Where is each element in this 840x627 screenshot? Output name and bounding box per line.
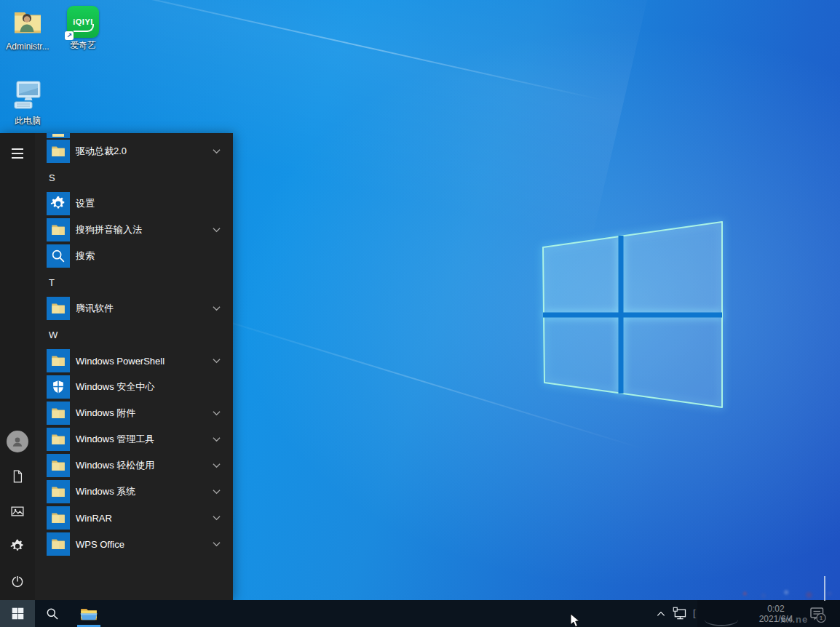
chevron-up-icon [656, 610, 666, 618]
watermark-line [824, 576, 825, 601]
watermark-crescent [705, 613, 738, 626]
light-ray [50, 0, 605, 101]
start-menu-item-label: Windows 系统 [76, 485, 135, 498]
start-menu-item-label: WinRAR [76, 513, 112, 524]
start-menu-section-header[interactable]: T [0, 269, 233, 295]
start-menu-rail [0, 133, 35, 600]
watermark-text: xx.ne [780, 614, 808, 625]
app-tile-icon [47, 297, 70, 320]
chevron-down-icon[interactable] [213, 436, 221, 442]
chevron-down-icon[interactable] [213, 148, 221, 154]
start-menu-item-label: WPS Office [76, 539, 124, 550]
app-tile-icon [47, 218, 70, 241]
windows-logo-icon [12, 607, 24, 620]
app-tile-icon [47, 480, 70, 503]
desktop-icon-administrator[interactable]: Administr... [0, 6, 55, 52]
start-menu-item[interactable]: Windows 管理工具 [0, 426, 233, 452]
this-pc-icon [11, 79, 44, 113]
user-account-button[interactable] [0, 424, 35, 459]
app-tile-icon [47, 532, 70, 556]
file-explorer-icon [79, 604, 98, 623]
app-tile-icon [47, 133, 70, 138]
app-tile-icon [47, 244, 70, 268]
start-menu-item-partial[interactable] [0, 133, 233, 138]
start-menu-item[interactable]: Windows 附件 [0, 400, 233, 426]
start-button[interactable] [0, 600, 35, 627]
app-tile-icon [47, 192, 70, 215]
start-menu-item[interactable]: 搜狗拼音输入法 [0, 217, 233, 243]
desktop-icon-label: 爱奇艺 [70, 41, 96, 50]
app-tile-icon [47, 454, 70, 477]
start-menu-item-label: Windows 安全中心 [76, 380, 154, 394]
start-menu-item-label: Windows 轻松使用 [76, 459, 154, 472]
documents-button[interactable] [0, 459, 35, 494]
power-icon [10, 574, 25, 588]
start-menu-item[interactable]: Windows 轻松使用 [0, 452, 233, 479]
app-tile-icon [47, 375, 70, 399]
search-icon [45, 607, 60, 621]
hamburger-icon [12, 148, 23, 159]
app-tile-icon [47, 402, 70, 425]
chevron-down-icon[interactable] [213, 463, 221, 468]
start-menu: 驱动总裁2.0 S 设置 搜狗拼音输入法 搜索 T 腾讯软件 [0, 133, 233, 600]
file-explorer-button[interactable] [71, 600, 106, 627]
gear-icon [10, 539, 25, 554]
desktop: Administr... iQIYI ↗ 爱奇艺 此电脑 驱动总裁2 [0, 0, 840, 627]
chevron-down-icon[interactable] [213, 358, 221, 364]
start-menu-item-label: Windows 管理工具 [76, 433, 154, 446]
desktop-icon-label: 此电脑 [15, 116, 41, 126]
app-tile-icon [47, 428, 70, 451]
taskbar-search-button[interactable] [35, 600, 70, 627]
start-menu-item[interactable]: Windows PowerShell [0, 348, 233, 374]
pictures-button[interactable] [0, 494, 35, 529]
iqiyi-icon: iQIYI ↗ [67, 6, 99, 38]
start-menu-item-label: 设置 [76, 197, 95, 210]
menu-expand-button[interactable] [0, 136, 35, 171]
avatar [7, 431, 28, 452]
power-button[interactable] [0, 564, 35, 599]
start-menu-item[interactable]: Windows 系统 [0, 479, 233, 505]
desktop-icon-label: Administr... [6, 42, 49, 52]
start-menu-item-label: 腾讯软件 [76, 302, 114, 315]
chevron-down-icon[interactable] [213, 541, 221, 547]
section-letter: W [49, 330, 58, 340]
windows-wallpaper-logo [539, 218, 726, 409]
start-menu-item[interactable]: 驱动总裁2.0 [0, 138, 233, 164]
user-folder-icon [11, 6, 44, 39]
document-icon [10, 469, 25, 484]
chevron-down-icon[interactable] [213, 489, 221, 495]
chevron-down-icon[interactable] [213, 410, 221, 416]
shortcut-arrow-icon: ↗ [65, 31, 74, 40]
start-menu-item[interactable]: Windows 安全中心 [0, 374, 233, 400]
chevron-down-icon[interactable] [213, 515, 221, 521]
start-menu-item[interactable]: WinRAR [0, 505, 233, 531]
network-icon [673, 607, 687, 621]
iqiyi-swoosh [74, 24, 94, 32]
start-menu-item[interactable]: 腾讯软件 [0, 295, 233, 322]
start-menu-item-label: Windows PowerShell [76, 356, 165, 367]
start-menu-item[interactable]: 搜索 [0, 243, 233, 269]
start-menu-item-label: 搜狗拼音输入法 [76, 223, 142, 236]
section-letter: T [49, 277, 55, 288]
start-menu-item[interactable]: 设置 [0, 191, 233, 217]
app-tile-icon [47, 349, 70, 372]
person-icon [10, 434, 25, 449]
start-menu-item-label: 搜索 [76, 249, 95, 263]
start-menu-item-label: 驱动总裁2.0 [76, 145, 127, 158]
folder-icon [52, 134, 64, 137]
chevron-down-icon[interactable] [213, 305, 221, 311]
settings-button[interactable] [0, 529, 35, 564]
ime-indicator-fragment: [ [693, 607, 696, 618]
start-menu-section-header[interactable]: S [0, 164, 233, 191]
chevron-down-icon[interactable] [213, 227, 221, 233]
desktop-icon-this-pc[interactable]: 此电脑 [0, 79, 55, 126]
app-tile-icon [47, 506, 70, 530]
app-tile-icon [47, 140, 70, 163]
start-menu-section-header[interactable]: W [0, 322, 233, 348]
pictures-icon [10, 504, 25, 519]
start-menu-app-list: 驱动总裁2.0 S 设置 搜狗拼音输入法 搜索 T 腾讯软件 [0, 133, 233, 557]
desktop-icon-iqiyi[interactable]: iQIYI ↗ 爱奇艺 [55, 6, 111, 50]
section-letter: S [49, 172, 55, 183]
network-tray-button[interactable] [669, 600, 691, 627]
start-menu-item[interactable]: WPS Office [0, 531, 233, 557]
